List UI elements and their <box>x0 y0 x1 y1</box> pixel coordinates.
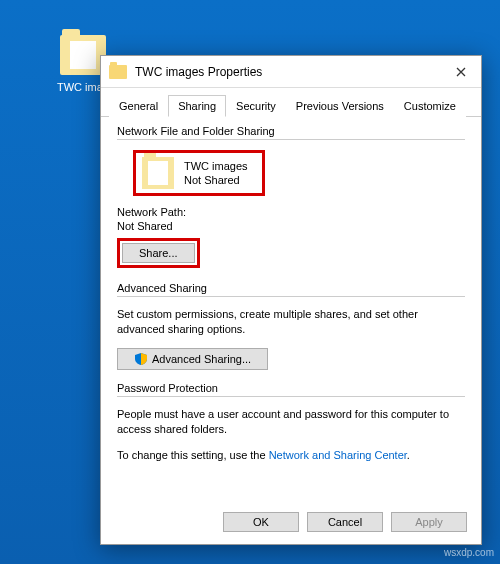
close-button[interactable] <box>441 56 481 87</box>
dialog-title: TWC images Properties <box>135 65 441 79</box>
tab-security[interactable]: Security <box>226 95 286 117</box>
share-state: Not Shared <box>184 173 248 187</box>
titlebar: TWC images Properties <box>101 56 481 88</box>
share-button-highlight: Share... <box>117 238 200 268</box>
folder-icon <box>109 65 127 79</box>
dialog-footer: OK Cancel Apply <box>223 512 467 532</box>
tab-general[interactable]: General <box>109 95 168 117</box>
tab-strip: General Sharing Security Previous Versio… <box>101 88 481 117</box>
folder-icon <box>142 157 174 189</box>
close-icon <box>456 67 466 77</box>
cancel-button[interactable]: Cancel <box>307 512 383 532</box>
network-sharing-center-link[interactable]: Network and Sharing Center <box>269 449 407 461</box>
change-prefix: To change this setting, use the <box>117 449 269 461</box>
tab-customize[interactable]: Customize <box>394 95 466 117</box>
group-password-protection: Password Protection People must have a u… <box>117 382 465 463</box>
group-heading: Advanced Sharing <box>117 282 465 294</box>
tab-previous-versions[interactable]: Previous Versions <box>286 95 394 117</box>
share-button[interactable]: Share... <box>122 243 195 263</box>
divider <box>117 296 465 297</box>
tab-content-sharing: Network File and Folder Sharing TWC imag… <box>101 117 481 463</box>
group-heading: Network File and Folder Sharing <box>117 125 465 137</box>
group-heading: Password Protection <box>117 382 465 394</box>
properties-dialog: TWC images Properties General Sharing Se… <box>100 55 482 545</box>
divider <box>117 396 465 397</box>
divider <box>117 139 465 140</box>
folder-name: TWC images <box>184 159 248 173</box>
ok-button[interactable]: OK <box>223 512 299 532</box>
advanced-sharing-button[interactable]: Advanced Sharing... <box>117 348 268 370</box>
period: . <box>407 449 410 461</box>
folder-share-info: TWC images Not Shared <box>133 150 265 196</box>
watermark: wsxdp.com <box>444 547 494 558</box>
advanced-sharing-desc: Set custom permissions, create multiple … <box>117 307 465 338</box>
shield-icon <box>134 352 148 366</box>
advanced-sharing-button-label: Advanced Sharing... <box>152 353 251 365</box>
group-advanced-sharing: Advanced Sharing Set custom permissions,… <box>117 282 465 370</box>
password-change-line: To change this setting, use the Network … <box>117 448 465 463</box>
network-path-label: Network Path: <box>117 206 465 218</box>
network-path-block: Network Path: Not Shared Share... <box>117 206 465 270</box>
tab-sharing[interactable]: Sharing <box>168 95 226 117</box>
group-network-sharing: Network File and Folder Sharing TWC imag… <box>117 125 465 270</box>
apply-button[interactable]: Apply <box>391 512 467 532</box>
network-path-value: Not Shared <box>117 220 465 232</box>
password-desc: People must have a user account and pass… <box>117 407 465 438</box>
